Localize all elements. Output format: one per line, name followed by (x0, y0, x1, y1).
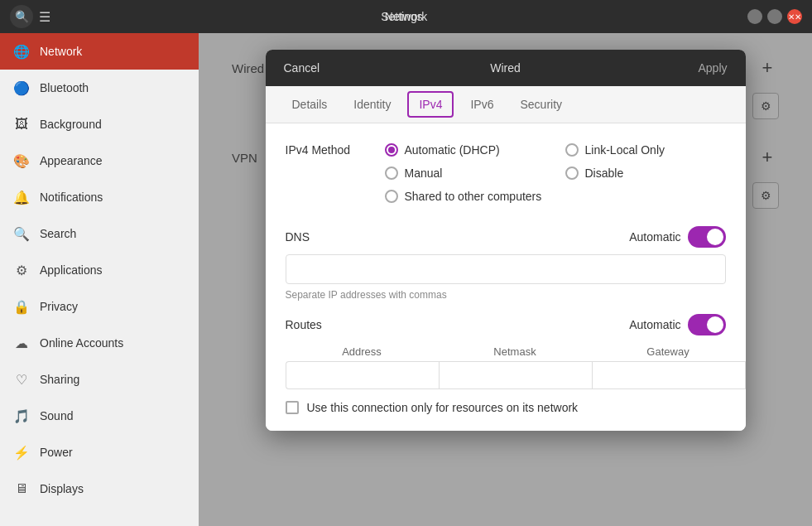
routes-section: Routes Automatic Address Netmask Gateway (286, 314, 726, 414)
sidebar-label-search: Search (40, 227, 76, 240)
sidebar-label-applications: Applications (40, 263, 103, 277)
routes-col-metric: Metric (745, 342, 746, 361)
search-icon[interactable]: 🔍 (10, 5, 33, 28)
radio-link-local[interactable]: Link-Local Only (565, 140, 726, 160)
sidebar-label-privacy: Privacy (40, 300, 78, 313)
sidebar-item-search[interactable]: 🔍 Search (0, 215, 199, 252)
window-title: Network (385, 10, 427, 23)
routes-automatic-label: Automatic (629, 318, 680, 331)
sidebar-item-bluetooth[interactable]: 🔵 Bluetooth (0, 70, 199, 106)
dialog-tabs: Details Identity IPv4 IPv6 Security (266, 86, 746, 123)
sidebar-label-power: Power (40, 446, 73, 459)
search-sidebar-icon: 🔍 (13, 225, 30, 242)
radio-automatic-input[interactable] (385, 143, 398, 157)
notifications-icon: 🔔 (13, 189, 30, 205)
sidebar-label-online-accounts: Online Accounts (40, 336, 123, 350)
sharing-icon: ♡ (13, 371, 30, 388)
dialog-titlebar: Cancel Wired Apply (266, 50, 746, 86)
network-icon: 🌐 (13, 43, 30, 60)
resources-checkbox[interactable] (286, 401, 299, 414)
close-button[interactable]: ✕ (787, 9, 802, 24)
tab-identity[interactable]: Identity (344, 91, 401, 118)
sidebar-item-notifications[interactable]: 🔔 Notifications (0, 179, 199, 215)
routes-col-gateway: Gateway (592, 342, 745, 361)
routes-label: Routes (286, 318, 322, 331)
ipv4-method-options: Automatic (DHCP) Link-Local Only Manual (385, 140, 726, 206)
route-gateway-input[interactable] (592, 361, 745, 389)
sidebar-label-sound: Sound (40, 409, 73, 422)
dns-header-right: Automatic (629, 226, 725, 248)
sound-icon: 🎵 (13, 408, 30, 424)
sidebar-item-applications[interactable]: ⚙ Applications (0, 252, 199, 288)
radio-shared-input[interactable] (385, 190, 398, 203)
radio-disable-label: Disable (585, 166, 624, 180)
checkbox-label: Use this connection only for resources o… (307, 401, 579, 414)
power-icon: ⚡ (13, 444, 30, 461)
radio-link-local-label: Link-Local Only (585, 143, 665, 157)
route-address-input[interactable] (286, 361, 439, 389)
dialog-apply-button[interactable]: Apply (689, 56, 735, 80)
hamburger-button[interactable]: ☰ (33, 5, 56, 28)
sidebar-item-displays[interactable]: 🖥 Displays (0, 471, 199, 507)
radio-manual-label: Manual (405, 166, 443, 180)
routes-section-header: Routes Automatic (286, 314, 726, 335)
sidebar-item-online-accounts[interactable]: ☁ Online Accounts (0, 325, 199, 361)
route-metric-input[interactable] (745, 361, 746, 389)
minimize-button[interactable]: — (747, 9, 762, 24)
sidebar-label-sharing: Sharing (40, 373, 79, 386)
radio-shared-label: Shared to other computers (405, 190, 542, 203)
background-icon: 🖼 (13, 116, 30, 133)
routes-header-right: Automatic (629, 314, 725, 335)
applications-icon: ⚙ (13, 262, 30, 278)
dns-toggle[interactable] (688, 226, 726, 248)
sidebar-label-bluetooth: Bluetooth (40, 81, 89, 94)
routes-table: Address Netmask Gateway Metric 🗑 (286, 342, 726, 389)
dns-label: DNS (286, 230, 310, 244)
sidebar-label-network: Network (40, 45, 82, 58)
checkbox-row: Use this connection only for resources o… (286, 401, 726, 414)
dialog-cancel-button[interactable]: Cancel (276, 56, 329, 80)
dns-section: DNS Automatic Separate IP addresses with… (286, 226, 726, 301)
sidebar-item-power[interactable]: ⚡ Power (0, 434, 199, 471)
sidebar-item-network[interactable]: 🌐 Network (0, 33, 199, 70)
dialog-overlay: Cancel Wired Apply Details Identity IPv4… (199, 33, 812, 526)
sidebar-label-appearance: Appearance (40, 154, 103, 167)
radio-shared[interactable]: Shared to other computers (385, 186, 545, 206)
sidebar-item-privacy[interactable]: 🔒 Privacy (0, 288, 199, 325)
ipv4-method-label: IPv4 Method (286, 140, 385, 157)
online-accounts-icon: ☁ (13, 335, 30, 351)
window-controls: — ✕ (747, 9, 802, 24)
routes-col-address: Address (286, 342, 439, 361)
routes-col-netmask: Netmask (439, 342, 592, 361)
sidebar-label-displays: Displays (40, 482, 84, 495)
sidebar-item-sharing[interactable]: ♡ Sharing (0, 361, 199, 398)
sidebar-item-background[interactable]: 🖼 Background (0, 106, 199, 142)
dialog-body: IPv4 Method Automatic (DHCP) Link-Local … (266, 123, 746, 431)
routes-toggle[interactable] (688, 314, 726, 335)
dns-input[interactable] (286, 254, 726, 284)
radio-manual-input[interactable] (385, 166, 398, 180)
radio-disable-input[interactable] (565, 166, 579, 180)
tab-details[interactable]: Details (282, 91, 338, 118)
tab-ipv6[interactable]: IPv6 (460, 91, 503, 118)
wired-dialog: Cancel Wired Apply Details Identity IPv4… (266, 50, 746, 431)
content-area: Wired + ⚙ VPN + Off ⚙ Cancel (199, 33, 812, 526)
sidebar: 🌐 Network 🔵 Bluetooth 🖼 Background 🎨 App… (0, 33, 199, 526)
route-netmask-input[interactable] (439, 361, 592, 389)
radio-disable[interactable]: Disable (565, 163, 726, 183)
titlebar: 🔍 ☰ Settings Network — ✕ (0, 0, 812, 33)
tab-security[interactable]: Security (510, 91, 572, 118)
radio-automatic[interactable]: Automatic (DHCP) (385, 140, 545, 160)
sidebar-item-appearance[interactable]: 🎨 Appearance (0, 142, 199, 179)
dialog-title: Wired (490, 61, 521, 75)
appearance-icon: 🎨 (13, 152, 30, 169)
tab-ipv4[interactable]: IPv4 (407, 91, 454, 118)
maximize-button[interactable] (767, 9, 782, 24)
sidebar-label-notifications: Notifications (40, 191, 103, 204)
sidebar-item-sound[interactable]: 🎵 Sound (0, 398, 199, 434)
radio-link-local-input[interactable] (565, 143, 579, 157)
bluetooth-icon: 🔵 (13, 80, 30, 96)
radio-manual[interactable]: Manual (385, 163, 545, 183)
ipv4-method-section: IPv4 Method Automatic (DHCP) Link-Local … (286, 140, 726, 206)
dns-hint: Separate IP addresses with commas (286, 289, 726, 301)
